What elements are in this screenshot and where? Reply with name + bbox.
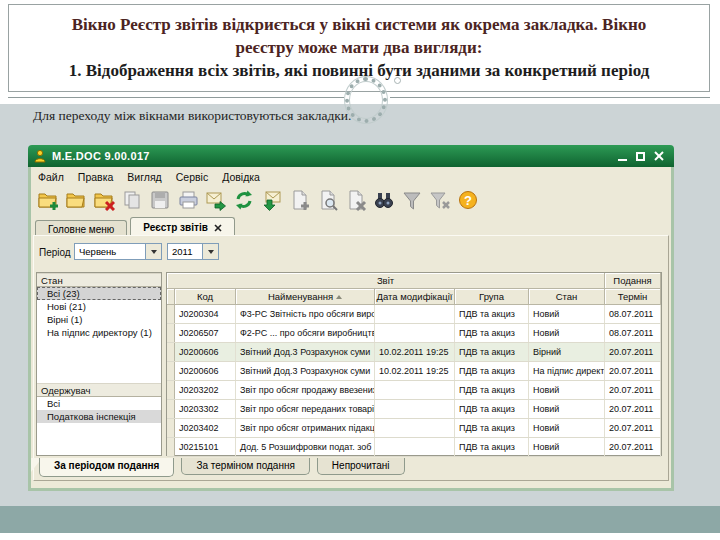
cell-state: Новий [529,438,605,456]
filter-button[interactable] [399,187,424,213]
row-marker [167,305,175,323]
menu-edit[interactable]: Правка [78,171,113,183]
menu-service[interactable]: Сервіс [176,171,208,183]
tab-by-submission-period[interactable]: За періодом подання [39,458,174,477]
group-header-submission[interactable]: Подання [605,273,661,289]
cell-modified [375,438,455,456]
sidebar-item-tax-inspection[interactable]: Податкова інспекція [37,410,161,423]
chevron-down-icon[interactable] [145,244,161,259]
folder-delete-icon [93,189,115,211]
sidebar-item-for-signature[interactable]: На підпис директору (1) [37,326,161,339]
table-group-header-row: Звіт Подання [167,273,661,289]
cell-state: Новий [529,305,605,323]
receive-mail-button[interactable] [259,187,284,213]
sidebar-spacer [37,339,161,383]
cell-name: Дод. 5 Розшифровки подат. зоб [236,438,375,456]
minimize-icon[interactable] [618,159,627,161]
copy-button[interactable] [119,187,144,213]
app-logo-icon [33,149,47,163]
delete-report-button[interactable] [91,187,116,213]
cell-term: 20.07.2011 [605,362,661,380]
divider-line [8,97,344,98]
save-icon [149,189,171,211]
view-document-button[interactable] [315,187,340,213]
send-mail-button[interactable] [203,187,228,213]
menu-help[interactable]: Довідка [222,171,260,183]
sidebar-item-recipient-all[interactable]: Всі [37,397,161,410]
chevron-down-icon[interactable] [202,244,218,259]
table-column-header-row: Код Найменування Дата модифікації Група … [167,289,661,305]
document-delete-icon [345,189,367,211]
period-year-select[interactable]: 2011 [167,243,219,260]
remove-document-button[interactable] [343,187,368,213]
column-header-code[interactable]: Код [175,289,236,305]
add-document-button[interactable] [287,187,312,213]
save-button[interactable] [147,187,172,213]
view-tabs: За періодом подання За терміном подання … [39,458,405,477]
cell-code: J0203402 [175,419,236,437]
period-label: Період [39,247,71,258]
clear-filter-button[interactable] [427,187,452,213]
column-header-modified[interactable]: Дата модифікації [375,289,455,305]
cell-group: ПДВ та акциз [455,362,529,380]
copy-icon [121,189,143,211]
window-titlebar[interactable]: M.E.DOC 9.00.017 [28,145,674,167]
new-report-button[interactable] [35,187,60,213]
print-button[interactable] [175,187,200,213]
cell-modified: 10.02.2011 19:25 [375,343,455,361]
help-button[interactable]: ? [455,187,480,213]
cell-name: Звітний Дод.3 Розрахунок суми [236,362,375,380]
table-row[interactable]: J0200606 Звітний Дод.3 Розрахунок суми 1… [167,362,661,381]
cell-modified [375,381,455,399]
document-add-icon [289,189,311,211]
row-marker [167,362,175,380]
period-month-select[interactable]: Червень [74,243,162,260]
tab-unread[interactable]: Непрочитані [317,458,405,475]
folder-new-icon [37,189,59,211]
cell-modified [375,305,455,323]
heading-line-1: Вікно Реєстр звітів відкриється у вікні … [9,13,709,36]
sidebar-item-valid[interactable]: Вірні (1) [37,313,161,326]
period-year-value: 2011 [168,244,202,259]
open-report-button[interactable] [63,187,88,213]
menu-file[interactable]: Файл [38,171,64,183]
cell-state: На підпис директору [529,362,605,380]
table-row[interactable]: J0215101 Дод. 5 Розшифровки подат. зоб П… [167,438,661,457]
mail-send-icon [205,189,227,211]
cell-group: ПДВ та акциз [455,381,529,399]
column-header-state[interactable]: Стан [529,289,605,305]
sidebar-section-recipient: Одержувач [37,383,161,397]
table-row[interactable]: J0203202 Звіт про обсяг продажу ввезених… [167,381,661,400]
slide-subtitle: Для переходу між вікнами використовуютьс… [33,108,351,124]
table-row[interactable]: J0206507 Ф2-РС ... про обсяги виробництв… [167,324,661,343]
tab-main-menu[interactable]: Головне меню [35,220,127,236]
cell-modified [375,419,455,437]
table-row[interactable]: J0203402 Звіт про обсяг отриманих підакц… [167,419,661,438]
sidebar-item-all[interactable]: Всі (23) [37,287,161,300]
refresh-button[interactable] [231,187,256,213]
sort-ascending-icon [336,295,342,299]
column-header-term[interactable]: Термін [605,289,661,305]
row-marker [167,419,175,437]
tab-label: Реєстр звітів [143,222,208,233]
column-header-name[interactable]: Найменування [236,289,375,305]
tab-by-submission-term[interactable]: За терміном подання [181,458,309,475]
table-row[interactable]: J0203302 Звіт про обсяг переданих товарі… [167,400,661,419]
sidebar-item-new[interactable]: Нові (21) [37,300,161,313]
row-marker [167,381,175,399]
group-header-report[interactable]: Звіт [167,273,605,289]
maximize-icon[interactable] [636,152,645,161]
cell-state: Новий [529,400,605,418]
cell-group: ПДВ та акциз [455,324,529,342]
column-header-group[interactable]: Група [455,289,529,305]
close-icon[interactable] [654,151,664,161]
table-row-selected[interactable]: J0200606 Звітний Дод.3 Розрахунок суми 1… [167,343,661,362]
menu-view[interactable]: Вигляд [127,171,161,183]
tab-report-registry[interactable]: Реєстр звітів [130,217,235,236]
cell-term: 20.07.2011 [605,381,661,399]
table-row[interactable]: J0200304 Ф3-РС Звітність про обсяги виро… [167,305,661,324]
search-button[interactable] [371,187,396,213]
tab-close-icon[interactable] [214,224,222,232]
cell-state: Вірний [529,343,605,361]
toolbar: ? [35,186,480,214]
